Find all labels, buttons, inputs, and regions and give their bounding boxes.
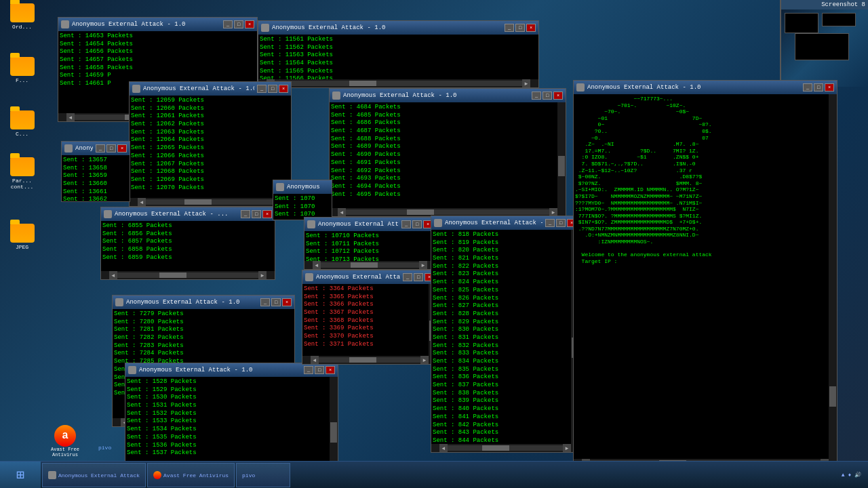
window-4-maximize[interactable]: □ bbox=[542, 92, 552, 100]
window-1-minimize[interactable]: _ bbox=[223, 20, 233, 28]
hscroll-left-4[interactable]: ◄ bbox=[338, 208, 346, 216]
window-12-controls[interactable]: _ □ × bbox=[545, 219, 576, 227]
sidebar-item-2[interactable]: F... bbox=[3, 57, 41, 83]
window-5-titlebar[interactable]: Anonymous Exte _ □ × bbox=[62, 142, 130, 155]
window-6-content: Sent : 1070 Sent : 1070 Sent : 1070 bbox=[273, 194, 332, 220]
window-3-lines: Sent : 12059 Packets Sent : 12060 Packet… bbox=[131, 97, 290, 192]
window-4-titlebar[interactable]: Anonymous External Attack - 1.0 _ □ × bbox=[330, 89, 566, 102]
window-11-titlebar[interactable]: Anonymous External Attack - 1.0 _ □ × bbox=[302, 270, 437, 284]
window-2-controls[interactable]: _ □ × bbox=[505, 24, 536, 32]
window-10-maximize[interactable]: □ bbox=[315, 366, 324, 374]
hscroll-left-11[interactable]: ◄ bbox=[311, 356, 319, 364]
window-10-titlebar[interactable]: Anonymous External Attack - 1.0 _ □ × bbox=[125, 363, 338, 377]
window-7-maximize[interactable]: □ bbox=[412, 220, 422, 228]
window-13-close[interactable]: × bbox=[825, 83, 834, 92]
window-2-titlebar[interactable]: Anonymous External Attack - 1.0 _ □ × bbox=[258, 21, 538, 35]
window-4-controls[interactable]: _ □ × bbox=[532, 92, 563, 100]
window-13-scrollbar[interactable] bbox=[829, 94, 837, 459]
window-7-controls[interactable]: _ □ × bbox=[401, 220, 433, 228]
window-5b-titlebar[interactable]: Anonymous External Attack - ... _ □ × bbox=[101, 207, 275, 221]
window-11-maximize[interactable]: □ bbox=[414, 273, 423, 281]
hscroll-right-11[interactable]: ► bbox=[420, 356, 429, 364]
window-3-maximize[interactable]: □ bbox=[268, 85, 277, 93]
taskbar-item-avast[interactable]: Avast Free Antivirus bbox=[147, 463, 235, 487]
window-10-minimize[interactable]: _ bbox=[304, 366, 313, 374]
window-13-minimize[interactable]: _ bbox=[803, 83, 812, 92]
window-3-titlebar[interactable]: Anonymous External Attack - 1.0 _ □ × bbox=[130, 82, 291, 96]
window-1-maximize[interactable]: □ bbox=[234, 20, 243, 28]
window-1-controls[interactable]: _ □ × bbox=[223, 20, 254, 28]
window-5-content: Sent : 13657 Sent : 13658 Sent : 13659 S… bbox=[62, 155, 130, 201]
window-1-titlebar[interactable]: Anonymous External Attack - 1.0 _ □ × bbox=[58, 18, 257, 31]
window-5-close[interactable]: × bbox=[117, 144, 127, 152]
window-13-controls[interactable]: _ □ × bbox=[803, 83, 834, 92]
window-5-controls[interactable]: _ □ × bbox=[96, 144, 127, 152]
taskbar: ⊞ Anonymous External Attack Avast Free A… bbox=[0, 461, 868, 488]
window-7-titlebar[interactable]: Anonymous External Attack - 1.0 _ □ × bbox=[304, 218, 435, 231]
avast-icon[interactable]: a Avast FreeAntivirus bbox=[51, 425, 79, 458]
window-2: Anonymous External Attack - 1.0 _ □ × Se… bbox=[258, 20, 539, 88]
window-9-close[interactable]: × bbox=[282, 298, 292, 306]
window-9-maximize[interactable]: □ bbox=[271, 298, 281, 306]
hscroll-left-1[interactable]: ◄ bbox=[66, 113, 75, 121]
window-9-controls[interactable]: _ □ × bbox=[260, 298, 292, 306]
hscroll-left-7[interactable]: ◄ bbox=[313, 261, 321, 269]
window-9-minimize[interactable]: _ bbox=[260, 298, 270, 306]
window-9-titlebar[interactable]: Anonymous External Attack - 1.0 _ □ × bbox=[113, 296, 294, 309]
hscroll-left-12[interactable]: ◄ bbox=[439, 444, 448, 452]
window-3-hscrollbar[interactable]: ◄ ► bbox=[130, 198, 291, 206]
window-7-minimize[interactable]: _ bbox=[401, 220, 411, 228]
window-5b-controls[interactable]: _ □ × bbox=[241, 210, 272, 218]
window-2-hscrollbar[interactable]: ◄ ► bbox=[258, 79, 538, 87]
window-10-controls[interactable]: _ □ × bbox=[304, 366, 335, 374]
window-10-close[interactable]: × bbox=[326, 366, 335, 374]
window-6-titlebar[interactable]: Anonymous bbox=[273, 180, 332, 194]
window-5b-maximize[interactable]: □ bbox=[252, 210, 261, 218]
window-12-minimize[interactable]: _ bbox=[545, 219, 555, 227]
sidebar-item-4[interactable]: Par... cont... bbox=[3, 157, 41, 190]
sidebar-item-1[interactable]: Ord... bbox=[3, 3, 41, 30]
window-3-close[interactable]: × bbox=[279, 85, 288, 93]
window-11-hscrollbar[interactable]: ◄ ► bbox=[302, 356, 437, 364]
hscroll-left-5b[interactable]: ◄ bbox=[109, 271, 117, 279]
window-12-titlebar[interactable]: Anonymous External Attack - 1.0 _ □ × bbox=[431, 216, 579, 230]
hscroll-right-2[interactable]: ► bbox=[522, 79, 530, 87]
sidebar-item-5[interactable]: JPEG bbox=[3, 224, 41, 250]
window-11-controls[interactable]: _ □ × bbox=[403, 273, 434, 281]
window-5b-content: Sent : 6855 Packets Sent : 6856 Packets … bbox=[101, 221, 275, 271]
window-5b-close[interactable]: × bbox=[262, 210, 272, 218]
taskbar-item-attack[interactable]: Anonymous External Attack bbox=[42, 463, 146, 487]
window-2-close[interactable]: × bbox=[526, 24, 536, 32]
hscroll-track-12 bbox=[448, 445, 563, 451]
window-4-scrollbar[interactable] bbox=[557, 102, 566, 208]
hscroll-right-7[interactable]: ► bbox=[419, 261, 427, 269]
start-button[interactable]: ⊞ bbox=[0, 462, 41, 489]
window-13-maximize[interactable]: □ bbox=[814, 83, 823, 92]
pivot-item[interactable]: pivo bbox=[98, 445, 111, 451]
hscroll-right-5b[interactable]: ► bbox=[258, 271, 267, 279]
window-5b-hscrollbar[interactable]: ◄ ► bbox=[101, 271, 275, 279]
hscroll-left-3[interactable]: ◄ bbox=[138, 198, 146, 206]
taskbar-item-pivot[interactable]: pivo bbox=[236, 463, 290, 487]
window-1-close[interactable]: × bbox=[245, 20, 254, 28]
window-7-hscrollbar[interactable]: ◄ ► bbox=[304, 261, 435, 269]
window-10-scrollbar[interactable] bbox=[330, 377, 338, 466]
window-4-minimize[interactable]: _ bbox=[532, 92, 541, 100]
window-3-minimize[interactable]: _ bbox=[257, 85, 267, 93]
window-12-hscrollbar[interactable]: ◄ ► bbox=[431, 444, 579, 452]
hscroll-right-12[interactable]: ► bbox=[563, 444, 571, 452]
window-10: Anonymous External Attack - 1.0 _ □ × Se… bbox=[125, 363, 338, 474]
window-2-maximize[interactable]: □ bbox=[515, 24, 525, 32]
taskbar-tray: ▲ ♦ 🔊 bbox=[835, 472, 868, 478]
window-2-minimize[interactable]: _ bbox=[505, 24, 514, 32]
window-11-minimize[interactable]: _ bbox=[403, 273, 412, 281]
window-4-close[interactable]: × bbox=[553, 92, 563, 100]
sidebar-item-3[interactable]: C... bbox=[3, 110, 41, 137]
window-5-maximize[interactable]: □ bbox=[106, 144, 116, 152]
window-5-minimize[interactable]: _ bbox=[96, 144, 105, 152]
window-5b-title: Anonymous External Attack - ... bbox=[115, 211, 238, 218]
window-5b-minimize[interactable]: _ bbox=[241, 210, 250, 218]
window-3-controls[interactable]: _ □ × bbox=[257, 85, 288, 93]
window-13-titlebar[interactable]: Anonymous External Attack - 1.0 _ □ × bbox=[574, 81, 837, 94]
window-12-maximize[interactable]: □ bbox=[556, 219, 566, 227]
